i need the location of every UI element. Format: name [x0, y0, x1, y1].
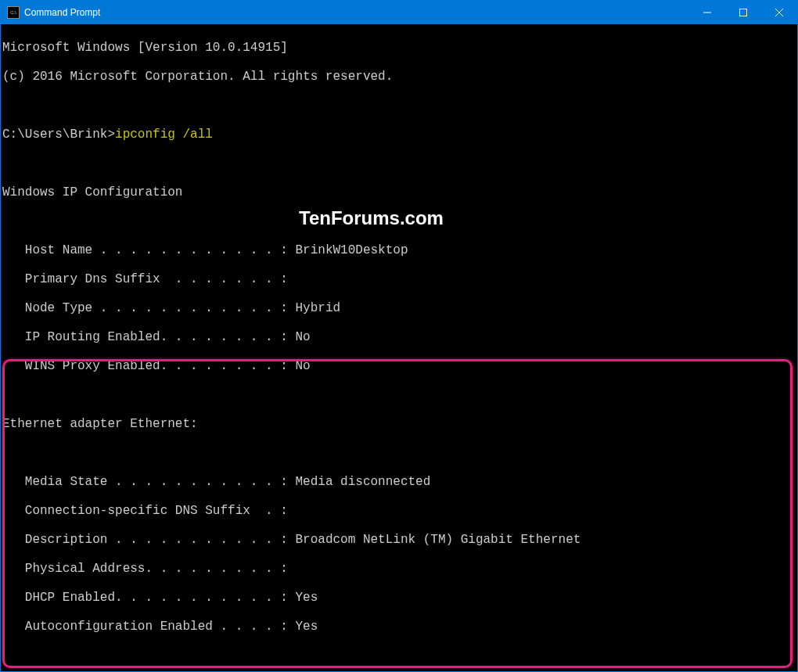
output-line: DHCP Enabled. . . . . . . . . . . : Yes [2, 591, 797, 606]
command-text: ipconfig /all [115, 128, 213, 142]
blank-line [2, 99, 797, 113]
blank-line [2, 388, 797, 403]
close-button[interactable] [761, 1, 797, 24]
maximize-button[interactable] [725, 1, 761, 24]
cmd-icon: C:\ [7, 6, 20, 19]
blank-line [2, 649, 797, 663]
output-line: Node Type . . . . . . . . . . . . : Hybr… [2, 301, 797, 316]
window-controls [689, 1, 797, 24]
output-line: IP Routing Enabled. . . . . . . . : No [2, 330, 797, 345]
section-header: Windows IP Configuration [2, 185, 797, 200]
minimize-button[interactable] [689, 1, 725, 24]
redacted-mac [295, 562, 436, 574]
blank-line [2, 156, 797, 171]
minimize-icon [703, 9, 711, 16]
watermark-text: TenForums.com [299, 211, 444, 226]
titlebar[interactable]: C:\ Command Prompt [1, 1, 797, 24]
terminal-output[interactable]: Microsoft Windows [Version 10.0.14915] (… [1, 24, 797, 671]
blank-line [2, 446, 797, 461]
command-prompt-window: C:\ Command Prompt Microsoft Windows [Ve… [0, 0, 798, 672]
output-line: Connection-specific DNS Suffix . : [2, 504, 797, 519]
svg-rect-1 [740, 9, 747, 16]
output-line: Primary Dns Suffix . . . . . . . : [2, 272, 797, 287]
output-line: Physical Address. . . . . . . . . : [2, 562, 797, 577]
output-line: WINS Proxy Enabled. . . . . . . . : No [2, 359, 797, 374]
header-line: Microsoft Windows [Version 10.0.14915] [2, 41, 797, 56]
output-line: Autoconfiguration Enabled . . . . : Yes [2, 620, 797, 634]
output-line: Host Name . . . . . . . . . . . . : Brin… [2, 243, 797, 258]
prompt-line: C:\Users\Brink>ipconfig /all [2, 128, 797, 142]
close-icon [775, 9, 783, 16]
maximize-icon [739, 9, 747, 16]
output-line: Description . . . . . . . . . . . : Broa… [2, 533, 797, 548]
copyright-line: (c) 2016 Microsoft Corporation. All righ… [2, 70, 797, 84]
output-line: Media State . . . . . . . . . . . : Medi… [2, 475, 797, 490]
section-header: Ethernet adapter Ethernet: [2, 417, 797, 432]
window-title: Command Prompt [24, 7, 689, 18]
